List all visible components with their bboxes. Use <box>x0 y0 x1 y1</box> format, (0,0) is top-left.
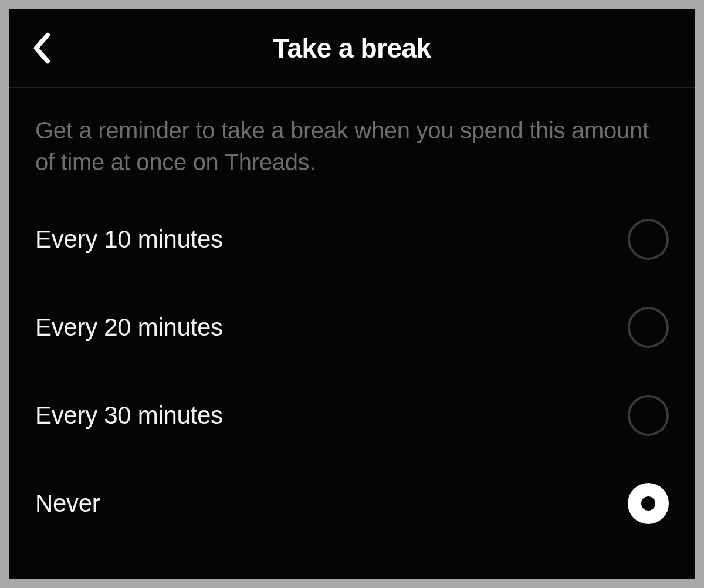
option-every-20-minutes[interactable]: Every 20 minutes <box>35 283 669 371</box>
radio-icon <box>628 395 669 436</box>
option-never[interactable]: Never <box>35 459 669 548</box>
radio-icon <box>628 219 669 260</box>
option-every-30-minutes[interactable]: Every 30 minutes <box>35 371 669 459</box>
back-button[interactable] <box>26 33 56 63</box>
page-title: Take a break <box>9 32 695 64</box>
chevron-left-icon <box>31 32 52 65</box>
option-every-10-minutes[interactable]: Every 10 minutes <box>35 195 669 283</box>
option-label: Every 30 minutes <box>35 401 223 430</box>
option-label: Every 20 minutes <box>35 313 223 342</box>
description-text: Get a reminder to take a break when you … <box>35 88 669 195</box>
option-label: Every 10 minutes <box>35 225 223 254</box>
settings-screen: Take a break Get a reminder to take a br… <box>9 9 695 579</box>
radio-icon <box>628 307 669 348</box>
header: Take a break <box>9 9 695 88</box>
option-label: Never <box>35 489 100 518</box>
content: Get a reminder to take a break when you … <box>9 88 695 548</box>
radio-icon <box>628 483 669 524</box>
